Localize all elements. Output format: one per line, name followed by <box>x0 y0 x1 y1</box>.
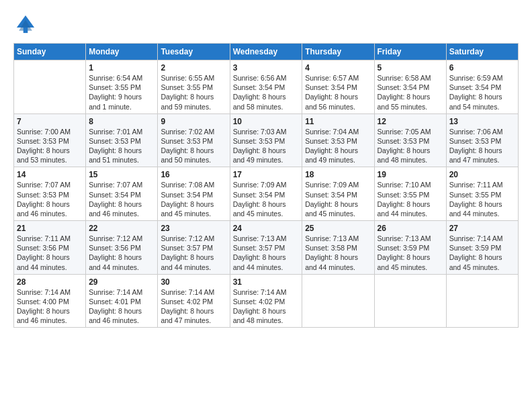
calendar: SundayMondayTuesdayWednesdayThursdayFrid… <box>13 43 519 328</box>
day-info: Sunrise: 6:54 AM Sunset: 3:55 PM Dayligh… <box>89 73 154 111</box>
day-info: Sunrise: 7:14 AM Sunset: 4:00 PM Dayligh… <box>17 287 83 326</box>
day-number: 14 <box>17 170 83 179</box>
day-cell: 18Sunrise: 7:09 AM Sunset: 3:54 PM Dayli… <box>302 167 374 221</box>
page: SundayMondayTuesdayWednesdayThursdayFrid… <box>0 0 532 411</box>
day-cell: 7Sunrise: 7:00 AM Sunset: 3:53 PM Daylig… <box>14 113 86 167</box>
day-cell: 15Sunrise: 7:07 AM Sunset: 3:54 PM Dayli… <box>86 167 158 221</box>
day-info: Sunrise: 7:09 AM Sunset: 3:54 PM Dayligh… <box>233 180 300 218</box>
day-number: 9 <box>161 117 226 126</box>
day-cell: 9Sunrise: 7:02 AM Sunset: 3:53 PM Daylig… <box>158 113 230 167</box>
day-number: 20 <box>449 170 515 179</box>
day-number: 4 <box>305 63 371 73</box>
day-number: 26 <box>378 224 443 233</box>
day-number: 24 <box>233 224 300 233</box>
weekday-header-thursday: Thursday <box>302 44 374 60</box>
svg-rect-2 <box>24 28 28 33</box>
day-cell: 2Sunrise: 6:55 AM Sunset: 3:55 PM Daylig… <box>158 60 230 114</box>
day-cell: 26Sunrise: 7:13 AM Sunset: 3:59 PM Dayli… <box>374 221 446 275</box>
day-cell: 3Sunrise: 6:56 AM Sunset: 3:54 PM Daylig… <box>230 60 302 114</box>
day-number: 8 <box>89 117 154 126</box>
day-cell: 8Sunrise: 7:01 AM Sunset: 3:53 PM Daylig… <box>86 113 158 167</box>
day-number: 28 <box>17 277 83 287</box>
week-row-1: 1Sunrise: 6:54 AM Sunset: 3:55 PM Daylig… <box>14 60 519 114</box>
day-info: Sunrise: 7:11 AM Sunset: 3:55 PM Dayligh… <box>449 180 515 218</box>
day-number: 17 <box>233 170 300 179</box>
day-number: 7 <box>17 117 83 126</box>
day-info: Sunrise: 7:13 AM Sunset: 3:57 PM Dayligh… <box>233 234 300 272</box>
day-cell <box>14 60 86 114</box>
weekday-header-monday: Monday <box>86 44 158 60</box>
day-number: 19 <box>378 170 443 179</box>
day-number: 30 <box>161 277 226 287</box>
day-info: Sunrise: 7:14 AM Sunset: 4:02 PM Dayligh… <box>233 287 300 326</box>
day-cell: 24Sunrise: 7:13 AM Sunset: 3:57 PM Dayli… <box>230 221 302 275</box>
weekday-header-tuesday: Tuesday <box>158 44 230 60</box>
day-info: Sunrise: 7:12 AM Sunset: 3:57 PM Dayligh… <box>161 234 226 272</box>
day-number: 27 <box>449 224 515 233</box>
day-cell <box>302 274 374 328</box>
day-info: Sunrise: 6:57 AM Sunset: 3:54 PM Dayligh… <box>305 73 371 111</box>
day-cell: 20Sunrise: 7:11 AM Sunset: 3:55 PM Dayli… <box>446 167 518 221</box>
day-cell: 29Sunrise: 7:14 AM Sunset: 4:01 PM Dayli… <box>86 274 158 328</box>
day-info: Sunrise: 6:59 AM Sunset: 3:54 PM Dayligh… <box>449 73 515 111</box>
day-info: Sunrise: 7:01 AM Sunset: 3:53 PM Dayligh… <box>89 127 154 165</box>
weekday-header-row: SundayMondayTuesdayWednesdayThursdayFrid… <box>14 44 519 60</box>
day-cell <box>446 274 518 328</box>
day-number: 3 <box>233 63 300 73</box>
day-number: 16 <box>161 170 226 179</box>
header <box>13 12 519 36</box>
logo <box>13 12 40 36</box>
day-number: 25 <box>305 224 371 233</box>
day-info: Sunrise: 7:13 AM Sunset: 3:58 PM Dayligh… <box>305 234 371 272</box>
week-row-2: 7Sunrise: 7:00 AM Sunset: 3:53 PM Daylig… <box>14 113 519 167</box>
logo-icon <box>13 12 38 36</box>
week-row-5: 28Sunrise: 7:14 AM Sunset: 4:00 PM Dayli… <box>14 274 519 328</box>
day-cell: 22Sunrise: 7:12 AM Sunset: 3:56 PM Dayli… <box>86 221 158 275</box>
day-cell: 21Sunrise: 7:11 AM Sunset: 3:56 PM Dayli… <box>14 221 86 275</box>
day-info: Sunrise: 7:14 AM Sunset: 4:02 PM Dayligh… <box>161 287 226 326</box>
day-info: Sunrise: 7:07 AM Sunset: 3:54 PM Dayligh… <box>89 180 154 218</box>
day-number: 21 <box>17 224 83 233</box>
day-info: Sunrise: 6:55 AM Sunset: 3:55 PM Dayligh… <box>161 73 226 111</box>
day-cell: 14Sunrise: 7:07 AM Sunset: 3:53 PM Dayli… <box>14 167 86 221</box>
day-number: 6 <box>449 63 515 73</box>
day-number: 1 <box>89 63 154 73</box>
day-info: Sunrise: 7:10 AM Sunset: 3:55 PM Dayligh… <box>378 180 443 218</box>
day-number: 12 <box>378 117 443 126</box>
day-number: 2 <box>161 63 226 73</box>
day-number: 31 <box>233 277 300 287</box>
weekday-header-saturday: Saturday <box>446 44 518 60</box>
day-info: Sunrise: 7:08 AM Sunset: 3:54 PM Dayligh… <box>161 180 226 218</box>
day-info: Sunrise: 6:56 AM Sunset: 3:54 PM Dayligh… <box>233 73 300 111</box>
day-cell: 28Sunrise: 7:14 AM Sunset: 4:00 PM Dayli… <box>14 274 86 328</box>
week-row-3: 14Sunrise: 7:07 AM Sunset: 3:53 PM Dayli… <box>14 167 519 221</box>
day-info: Sunrise: 7:14 AM Sunset: 3:59 PM Dayligh… <box>449 234 515 272</box>
day-cell: 5Sunrise: 6:58 AM Sunset: 3:54 PM Daylig… <box>374 60 446 114</box>
week-row-4: 21Sunrise: 7:11 AM Sunset: 3:56 PM Dayli… <box>14 221 519 275</box>
weekday-header-friday: Friday <box>374 44 446 60</box>
day-cell: 27Sunrise: 7:14 AM Sunset: 3:59 PM Dayli… <box>446 221 518 275</box>
day-info: Sunrise: 7:09 AM Sunset: 3:54 PM Dayligh… <box>305 180 371 218</box>
weekday-header-sunday: Sunday <box>14 44 86 60</box>
day-number: 22 <box>89 224 154 233</box>
day-info: Sunrise: 7:04 AM Sunset: 3:53 PM Dayligh… <box>305 127 371 165</box>
day-info: Sunrise: 7:14 AM Sunset: 4:01 PM Dayligh… <box>89 287 154 326</box>
day-number: 10 <box>233 117 300 126</box>
day-number: 23 <box>161 224 226 233</box>
day-info: Sunrise: 6:58 AM Sunset: 3:54 PM Dayligh… <box>378 73 443 111</box>
day-cell: 30Sunrise: 7:14 AM Sunset: 4:02 PM Dayli… <box>158 274 230 328</box>
day-cell: 31Sunrise: 7:14 AM Sunset: 4:02 PM Dayli… <box>230 274 302 328</box>
day-cell: 12Sunrise: 7:05 AM Sunset: 3:53 PM Dayli… <box>374 113 446 167</box>
day-number: 13 <box>449 117 515 126</box>
day-info: Sunrise: 7:06 AM Sunset: 3:53 PM Dayligh… <box>449 127 515 165</box>
day-number: 15 <box>89 170 154 179</box>
day-info: Sunrise: 7:00 AM Sunset: 3:53 PM Dayligh… <box>17 127 83 165</box>
day-info: Sunrise: 7:02 AM Sunset: 3:53 PM Dayligh… <box>161 127 226 165</box>
weekday-header-wednesday: Wednesday <box>230 44 302 60</box>
day-cell: 13Sunrise: 7:06 AM Sunset: 3:53 PM Dayli… <box>446 113 518 167</box>
day-info: Sunrise: 7:11 AM Sunset: 3:56 PM Dayligh… <box>17 234 83 272</box>
day-number: 5 <box>378 63 443 73</box>
day-cell: 11Sunrise: 7:04 AM Sunset: 3:53 PM Dayli… <box>302 113 374 167</box>
day-info: Sunrise: 7:13 AM Sunset: 3:59 PM Dayligh… <box>378 234 443 272</box>
day-info: Sunrise: 7:12 AM Sunset: 3:56 PM Dayligh… <box>89 234 154 272</box>
